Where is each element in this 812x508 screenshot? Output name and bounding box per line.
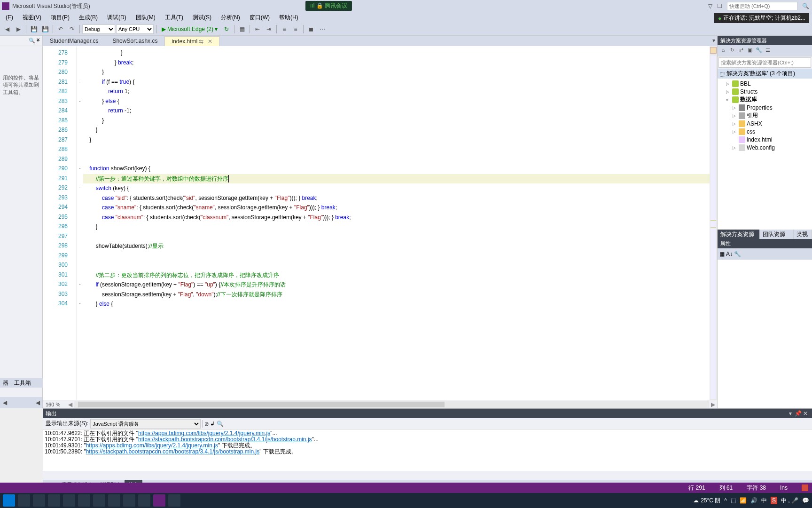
fold-gutter[interactable]: ------ xyxy=(77,46,83,400)
code-editor[interactable]: } } break; } if (f == true) { return 1; … xyxy=(83,46,710,400)
tree-row[interactable]: ▿数据库 xyxy=(718,95,812,103)
tool2-icon[interactable]: ⋯ xyxy=(317,24,328,34)
volume-icon[interactable]: 🔊 xyxy=(750,497,757,504)
task-icon[interactable] xyxy=(108,494,120,507)
tree-row[interactable]: ▷ASHX xyxy=(718,119,812,127)
quick-launch-input[interactable] xyxy=(727,2,797,10)
menu-item[interactable]: 测试(S) xyxy=(189,13,215,23)
tab-dropdown-icon[interactable]: ▾ xyxy=(712,37,715,44)
comment-icon[interactable]: ≡ xyxy=(279,24,289,34)
tool-icon[interactable]: ▦ xyxy=(237,24,247,34)
panel-tab[interactable]: 类视图 xyxy=(794,230,812,239)
tree-row[interactable]: ▷BBL xyxy=(718,79,812,87)
vs-task-icon[interactable] xyxy=(153,494,165,507)
editor-tab[interactable]: ShowSort.ashx.cs xyxy=(105,36,164,46)
zoom-level[interactable]: 160 % xyxy=(43,402,66,407)
task-icon[interactable] xyxy=(93,494,105,507)
ime2-icon[interactable]: S xyxy=(771,497,777,504)
config-dropdown[interactable]: Debug xyxy=(82,24,115,34)
weather-widget[interactable]: ☁ 25°C 阴 xyxy=(693,497,720,505)
nav-fwd-icon[interactable]: ▶ xyxy=(13,24,23,34)
output-source-dropdown[interactable]: JavaScript 语言服务 xyxy=(90,419,201,429)
props-icon[interactable]: 🔧 xyxy=(755,47,763,55)
collapse-icon[interactable]: ▣ xyxy=(746,47,754,55)
find-icon[interactable]: 🔍 xyxy=(217,421,224,427)
output-body[interactable]: 10:01:47.9622: 正在下载引用的文件 "https://apps.b… xyxy=(43,429,812,471)
tree-row[interactable]: ▷Properties xyxy=(718,103,812,111)
platform-dropdown[interactable]: Any CPU xyxy=(116,24,154,34)
undo-icon[interactable]: ↶ xyxy=(55,24,66,34)
notif-icon[interactable]: 💬 xyxy=(802,497,809,504)
showall-icon[interactable]: ☰ xyxy=(764,47,772,55)
solution-search-input[interactable] xyxy=(718,57,811,68)
outdent-icon[interactable]: ⇥ xyxy=(264,24,274,34)
search-icon[interactable]: 🔍 xyxy=(802,3,809,9)
bookmark-icon[interactable]: ◼ xyxy=(306,24,316,34)
task-icon[interactable] xyxy=(48,494,60,507)
close-icon[interactable]: ✕ xyxy=(802,410,809,417)
task-icon[interactable] xyxy=(138,494,150,507)
horizontal-scrollbar[interactable] xyxy=(74,401,709,408)
task-icon[interactable] xyxy=(63,494,75,507)
task-icon[interactable] xyxy=(33,494,45,507)
tray-chevron-icon[interactable]: ^ xyxy=(724,497,727,504)
wrench-icon[interactable]: 🔧 xyxy=(734,251,741,257)
task-icon[interactable] xyxy=(168,494,180,507)
run-button[interactable]: ▶ Microsoft Edge (2) ▾ xyxy=(159,24,220,34)
nav-back-icon[interactable]: ◀ xyxy=(2,24,12,34)
wrap-icon[interactable]: ↲ xyxy=(210,421,215,427)
home-icon[interactable]: ⌂ xyxy=(719,47,727,55)
vertical-scroll-map[interactable] xyxy=(710,46,717,400)
refresh-icon[interactable]: ↻ xyxy=(221,24,232,34)
status-publish-icon[interactable] xyxy=(802,484,808,491)
menu-item[interactable]: 窗口(W) xyxy=(246,13,273,23)
tab-close-icon[interactable]: ✕ xyxy=(208,38,212,45)
menu-item[interactable]: 分析(N) xyxy=(217,13,244,23)
tree-row[interactable]: index.html xyxy=(718,135,812,143)
feedback-icon[interactable]: ☐ xyxy=(717,3,722,9)
chevron-left-icon[interactable]: ◀ xyxy=(0,399,9,406)
categorize-icon[interactable]: ▦ xyxy=(719,251,725,257)
menu-item[interactable]: 工具(T) xyxy=(161,13,187,23)
split-icon[interactable] xyxy=(710,47,717,54)
editor-tab[interactable]: index.html ⇆✕ xyxy=(164,36,219,46)
menu-item[interactable]: 生成(B) xyxy=(75,13,102,23)
wifi-icon[interactable]: 📶 xyxy=(740,497,747,504)
redo-icon[interactable]: ↷ xyxy=(67,24,77,34)
pin-icon[interactable]: 📌 xyxy=(794,410,802,417)
ime-icon[interactable]: 中 xyxy=(761,497,767,505)
bottom-tab[interactable]: 器 xyxy=(0,378,11,388)
save-icon[interactable]: 💾 xyxy=(29,24,39,34)
editor-tab[interactable]: StudentManager.cs xyxy=(43,36,105,46)
sync-icon[interactable]: ⇄ xyxy=(737,47,745,55)
menu-item[interactable]: (E) xyxy=(2,13,17,22)
tree-row[interactable]: ▷引用 xyxy=(718,111,812,119)
task-icon[interactable] xyxy=(78,494,90,507)
panel-tab[interactable]: 解决方案资源管理器 xyxy=(718,230,760,239)
scroll-left-icon[interactable]: ◀ xyxy=(66,401,74,408)
indent-icon[interactable]: ⇤ xyxy=(252,24,263,34)
meeting-badge[interactable]: ııl 🔒 腾讯会议 xyxy=(305,1,352,11)
menu-item[interactable]: 帮助(H) xyxy=(275,13,302,23)
tree-row[interactable]: ▷Web.config xyxy=(718,143,812,151)
scroll-right-icon[interactable]: ▶ xyxy=(709,401,717,408)
notification-icon[interactable]: ▽ xyxy=(708,3,712,9)
menu-item[interactable]: 项目(P) xyxy=(47,13,73,23)
task-icon[interactable] xyxy=(18,494,30,507)
menu-item[interactable]: 视图(V) xyxy=(19,13,45,23)
solution-root[interactable]: ⬚ 解决方案'数据库' (3 个项目) xyxy=(718,69,812,79)
clear-icon[interactable]: ⎚ xyxy=(205,421,208,427)
bottom-tab[interactable]: 工具箱 xyxy=(11,378,34,388)
solution-tree[interactable]: ▷BBL▷Structs▿数据库▷Properties▷引用▷ASHX▷cssi… xyxy=(718,79,812,230)
tree-row[interactable]: ▷css xyxy=(718,127,812,135)
task-icon[interactable] xyxy=(123,494,135,507)
close-icon[interactable]: ✕ xyxy=(36,37,40,42)
refresh-icon[interactable]: ↻ xyxy=(728,47,736,55)
tree-row[interactable]: ▷Structs xyxy=(718,87,812,95)
chevron-right-icon[interactable]: ◀ xyxy=(33,399,42,406)
start-icon[interactable] xyxy=(3,494,15,507)
alpha-icon[interactable]: A↓ xyxy=(726,251,733,257)
dropdown-icon[interactable]: ▾ xyxy=(787,410,794,417)
ime3-icon[interactable]: 中 , 🎤 xyxy=(781,497,798,505)
menu-item[interactable]: 团队(M) xyxy=(132,13,159,23)
